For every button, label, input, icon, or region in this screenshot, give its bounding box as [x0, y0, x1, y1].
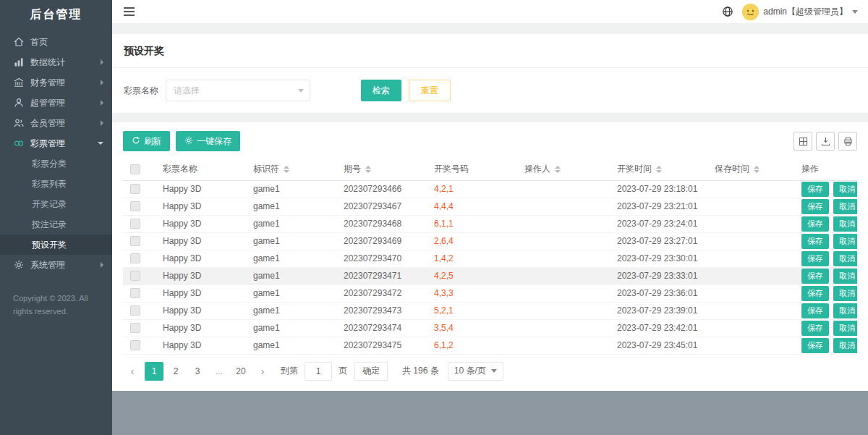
- sidebar-item-bet-records[interactable]: 投注记录: [0, 214, 112, 235]
- sidebar-item-preset-draw[interactable]: 预设开奖: [0, 235, 112, 255]
- language-globe-icon[interactable]: [722, 6, 733, 17]
- row-cancel-button[interactable]: 取消: [833, 269, 857, 284]
- row-cancel-button[interactable]: 取消: [833, 216, 857, 232]
- column-header[interactable]: 期号: [336, 159, 427, 180]
- sort-icon[interactable]: [754, 166, 760, 173]
- row-cancel-button[interactable]: 取消: [833, 199, 857, 214]
- sort-icon[interactable]: [656, 166, 662, 173]
- row-checkbox[interactable]: [130, 305, 140, 316]
- sort-icon[interactable]: [555, 166, 561, 173]
- sidebar-item-home[interactable]: 首页: [0, 32, 112, 52]
- chevron-down-icon: [491, 369, 497, 373]
- jump-suffix-label: 页: [339, 365, 347, 377]
- row-cancel-button[interactable]: 取消: [833, 251, 857, 266]
- sidebar-item-members[interactable]: 会员管理: [0, 113, 112, 133]
- data-table: 彩票名称标识符期号开奖号码操作人开奖时间保存时间操作 Happy 3Dgame1…: [123, 159, 857, 355]
- row-cancel-button[interactable]: 取消: [833, 321, 857, 336]
- row-checkbox[interactable]: [130, 288, 140, 298]
- row-checkbox[interactable]: [130, 184, 140, 194]
- column-header[interactable]: 操作人: [517, 159, 610, 180]
- row-save-button[interactable]: 保存: [801, 338, 829, 353]
- row-cancel-button[interactable]: 取消: [833, 338, 857, 353]
- home-icon: [13, 37, 25, 47]
- user-menu[interactable]: admin【超级管理员】: [742, 4, 858, 20]
- table-row: Happy 3Dgame12023072934714,2,52023-07-29…: [123, 267, 857, 284]
- row-checkbox[interactable]: [130, 340, 140, 350]
- sidebar-item-lottery-category[interactable]: 彩票分类: [0, 153, 112, 174]
- table-row: Happy 3Dgame12023072934743,5,42023-07-29…: [123, 319, 857, 337]
- sort-icon[interactable]: [365, 166, 371, 173]
- table-panel: 刷新 一键保存: [112, 122, 868, 391]
- refresh-icon: [132, 136, 140, 147]
- lottery-name-select[interactable]: 请选择: [166, 80, 310, 101]
- table-toolbar: 刷新 一键保存: [123, 131, 857, 151]
- chevron-right-icon: [101, 80, 103, 85]
- column-header[interactable]: 保存时间: [707, 159, 794, 180]
- chart-icon: [13, 57, 25, 67]
- members-icon: [13, 118, 25, 128]
- row-cancel-button[interactable]: 取消: [833, 234, 857, 249]
- sidebar-item-finance[interactable]: 财务管理: [0, 72, 112, 93]
- page-number[interactable]: 20: [231, 362, 250, 381]
- page-number[interactable]: 3: [188, 362, 207, 381]
- pagination-pages: 123...20: [145, 362, 250, 381]
- per-page-select[interactable]: 10 条/页: [448, 362, 503, 381]
- lottery-name-label: 彩票名称: [124, 85, 158, 97]
- save-all-button[interactable]: 一键保存: [176, 131, 240, 151]
- refresh-button[interactable]: 刷新: [123, 131, 170, 151]
- export-button[interactable]: [816, 132, 835, 151]
- next-page-button[interactable]: ›: [253, 362, 272, 381]
- table-row: Happy 3Dgame12023072934692,6,42023-07-29…: [123, 232, 857, 250]
- sidebar-item-draw-records[interactable]: 开奖记录: [0, 194, 112, 214]
- row-checkbox[interactable]: [130, 201, 140, 211]
- sidebar-item-lottery[interactable]: 彩票管理: [0, 133, 112, 153]
- row-cancel-button[interactable]: 取消: [833, 286, 857, 301]
- row-checkbox[interactable]: [130, 271, 140, 281]
- sidebar-item-lottery-list[interactable]: 彩票列表: [0, 174, 112, 194]
- row-save-button[interactable]: 保存: [801, 303, 829, 318]
- row-save-button[interactable]: 保存: [801, 234, 829, 249]
- row-save-button[interactable]: 保存: [801, 182, 829, 197]
- confirm-jump-button[interactable]: 确定: [354, 362, 388, 381]
- table-row: Happy 3Dgame12023072934686,1,12023-07-29…: [123, 215, 857, 232]
- row-save-button[interactable]: 保存: [801, 321, 829, 336]
- row-save-button[interactable]: 保存: [801, 251, 829, 266]
- search-panel: 预设开奖 彩票名称 请选择 检索 重置: [112, 34, 868, 113]
- sidebar-item-statistics[interactable]: 数据统计: [0, 52, 112, 72]
- filter-columns-button[interactable]: [793, 132, 812, 151]
- finance-icon: [13, 77, 25, 88]
- collapse-menu-icon[interactable]: [122, 4, 136, 19]
- row-save-button[interactable]: 保存: [801, 199, 829, 214]
- username: admin【超级管理员】: [763, 6, 848, 18]
- row-cancel-button[interactable]: 取消: [833, 303, 857, 318]
- page-number[interactable]: 1: [145, 362, 163, 381]
- sort-icon[interactable]: [284, 166, 289, 173]
- main-area: admin【超级管理员】 预设开奖 彩票名称 请选择 检索 重置: [112, 0, 868, 435]
- row-checkbox[interactable]: [130, 236, 140, 246]
- page-ellipsis: ...: [210, 362, 229, 381]
- reset-button[interactable]: 重置: [409, 80, 451, 101]
- column-header[interactable]: 开奖时间: [610, 159, 707, 180]
- row-cancel-button[interactable]: 取消: [833, 182, 857, 197]
- page-background: [112, 391, 868, 435]
- copyright-text: Copyright © 2023. All rights reserved.: [0, 285, 112, 325]
- prev-page-button[interactable]: ‹: [123, 362, 142, 381]
- row-checkbox[interactable]: [130, 323, 140, 333]
- select-all-checkbox[interactable]: [130, 164, 140, 174]
- row-checkbox[interactable]: [130, 253, 140, 263]
- sidebar-item-system[interactable]: 系统管理: [0, 255, 112, 275]
- column-header[interactable]: 标识符: [246, 159, 336, 180]
- row-checkbox[interactable]: [130, 219, 140, 229]
- total-count-label: 共 196 条: [402, 365, 439, 377]
- content-area: 预设开奖 彩票名称 请选择 检索 重置: [112, 24, 868, 435]
- row-save-button[interactable]: 保存: [801, 269, 829, 284]
- print-button[interactable]: [838, 132, 857, 151]
- table-row: Happy 3Dgame12023072934735,2,12023-07-29…: [123, 302, 857, 319]
- gear-icon: [184, 136, 193, 147]
- page-number[interactable]: 2: [166, 362, 185, 381]
- row-save-button[interactable]: 保存: [801, 216, 829, 232]
- jump-page-input[interactable]: [305, 362, 332, 381]
- row-save-button[interactable]: 保存: [801, 286, 829, 301]
- search-button[interactable]: 检索: [361, 80, 401, 101]
- sidebar-item-superadmin[interactable]: 超管管理: [0, 93, 112, 113]
